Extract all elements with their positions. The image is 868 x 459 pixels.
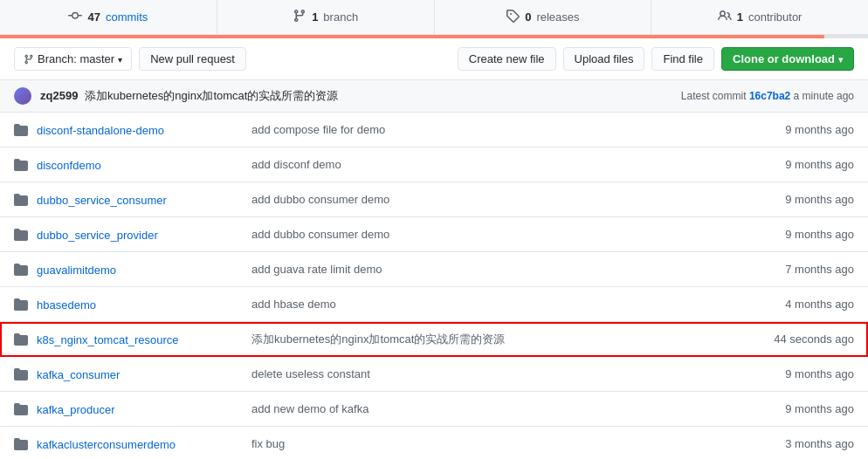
file-link[interactable]: kafka_consumer: [37, 368, 120, 381]
find-file-button[interactable]: Find file: [651, 47, 714, 71]
file-name: guavalimitdemo: [37, 263, 238, 277]
file-name: kafkaclusterconsumerdemo: [37, 437, 238, 451]
file-time: 3 months ago: [741, 437, 854, 450]
clone-or-download-button[interactable]: Clone or download: [721, 47, 854, 71]
file-time: 9 months ago: [741, 228, 854, 241]
contributors-icon: [718, 9, 732, 25]
file-message: add compose file for demo: [238, 123, 741, 136]
tag-icon: [506, 9, 520, 25]
branch-chevron-icon: [118, 52, 122, 65]
file-link[interactable]: kafka_producer: [37, 403, 115, 416]
commits-label: commits: [106, 10, 148, 24]
file-name: disconfdemo: [37, 158, 238, 172]
file-name: k8s_nginx_tomcat_resource: [37, 332, 238, 346]
commit-info: zq2599 添加kubernetes的nginx加tomcat的实战所需的资源: [40, 88, 672, 104]
file-time: 7 months ago: [741, 263, 854, 276]
file-link[interactable]: k8s_nginx_tomcat_resource: [37, 333, 179, 346]
table-row: hbasedemo add hbase demo 4 months ago: [0, 287, 868, 322]
file-list: disconf-standalone-demo add compose file…: [0, 113, 868, 459]
table-row: dubbo_service_consumer add dubbo consume…: [0, 182, 868, 217]
upload-files-button[interactable]: Upload files: [563, 47, 645, 71]
file-message: fix bug: [238, 437, 741, 450]
file-name: dubbo_service_consumer: [37, 193, 238, 207]
branches-count: 1: [312, 10, 318, 24]
commits-icon: [68, 9, 82, 25]
file-message: add new demo of kafka: [238, 402, 741, 415]
file-message: delete useless constant: [238, 367, 741, 380]
create-new-file-button[interactable]: Create new file: [458, 47, 556, 71]
clone-download-label: Clone or download: [733, 52, 835, 65]
table-row: kafka_consumer delete useless constant 9…: [0, 357, 868, 392]
folder-icon: [14, 158, 31, 172]
file-time: 9 months ago: [741, 123, 854, 136]
contributors-count: 1: [737, 10, 743, 24]
branches-stat[interactable]: 1 branch: [217, 0, 435, 34]
table-row: disconf-standalone-demo add compose file…: [0, 113, 868, 147]
folder-icon: [14, 298, 31, 312]
file-name: hbasedemo: [37, 298, 238, 312]
file-link[interactable]: hbasedemo: [37, 298, 96, 312]
folder-icon: [14, 193, 31, 207]
file-time: 9 months ago: [741, 402, 854, 415]
commit-hash[interactable]: 16c7ba2: [749, 90, 790, 102]
file-message: 添加kubernetes的nginx加tomcat的实战所需的资源: [238, 332, 741, 347]
contributors-label: contributor: [748, 10, 802, 24]
releases-label: releases: [536, 10, 579, 24]
commit-meta: Latest commit 16c7ba2 a minute ago: [681, 90, 854, 102]
table-row: disconfdemo add disconf demo 9 months ag…: [0, 147, 868, 182]
file-time: 9 months ago: [741, 158, 854, 171]
file-time: 9 months ago: [741, 367, 854, 380]
commits-count: 47: [87, 10, 100, 24]
folder-icon: [14, 437, 31, 451]
commit-author[interactable]: zq2599: [40, 89, 78, 102]
folder-icon: [14, 367, 31, 381]
commit-time: a minute ago: [794, 90, 854, 102]
table-row: k8s_nginx_tomcat_resource 添加kubernetes的n…: [0, 322, 868, 357]
contributors-stat[interactable]: 1 contributor: [651, 0, 868, 34]
file-link[interactable]: kafkaclusterconsumerdemo: [37, 438, 176, 451]
new-pull-request-button[interactable]: New pull request: [139, 47, 246, 71]
folder-icon: [14, 228, 31, 242]
table-row: dubbo_service_provider add dubbo consume…: [0, 217, 868, 252]
branch-selector[interactable]: Branch: master: [14, 47, 132, 71]
file-message: add hbase demo: [238, 298, 741, 311]
file-name: dubbo_service_provider: [37, 228, 238, 242]
file-link[interactable]: guavalimitdemo: [37, 264, 116, 277]
branches-label: branch: [323, 10, 358, 24]
commit-message: 添加kubernetes的nginx加tomcat的实战所需的资源: [85, 89, 338, 102]
file-name: kafka_consumer: [37, 367, 238, 381]
latest-commit-row: zq2599 添加kubernetes的nginx加tomcat的实战所需的资源…: [0, 80, 868, 113]
file-message: add disconf demo: [238, 158, 741, 171]
clone-download-chevron-icon: [838, 52, 843, 65]
toolbar-left: Branch: master New pull request: [14, 47, 451, 71]
toolbar: Branch: master New pull request Create n…: [0, 38, 868, 80]
stats-bar: 47 commits 1 branch 0 releases 1 contrib…: [0, 0, 868, 35]
avatar: [14, 87, 31, 105]
file-link[interactable]: dubbo_service_consumer: [37, 194, 167, 207]
file-message: add dubbo consumer demo: [238, 193, 741, 206]
branch-icon: [293, 9, 307, 25]
folder-icon: [14, 402, 31, 416]
folder-icon: [14, 123, 31, 137]
branch-selector-icon: [24, 54, 34, 65]
file-name: kafka_producer: [37, 402, 238, 416]
table-row: kafka_producer add new demo of kafka 9 m…: [0, 392, 868, 427]
commits-stat[interactable]: 47 commits: [0, 0, 217, 34]
file-time: 9 months ago: [741, 193, 854, 206]
file-link[interactable]: dubbo_service_provider: [37, 229, 158, 242]
commit-prefix: Latest commit: [681, 90, 747, 102]
file-link[interactable]: disconf-standalone-demo: [37, 124, 164, 137]
folder-icon: [14, 332, 31, 346]
file-message: add dubbo consumer demo: [238, 228, 741, 241]
releases-count: 0: [525, 10, 531, 24]
table-row: kafkaclusterconsumerdemo fix bug 3 month…: [0, 427, 868, 459]
file-name: disconf-standalone-demo: [37, 123, 238, 137]
branch-label: Branch: master: [38, 52, 114, 65]
folder-icon: [14, 263, 31, 277]
file-link[interactable]: disconfdemo: [37, 159, 101, 172]
table-row: guavalimitdemo add guava rate limit demo…: [0, 252, 868, 287]
releases-stat[interactable]: 0 releases: [435, 0, 652, 34]
file-time: 4 months ago: [741, 298, 854, 311]
file-message: add guava rate limit demo: [238, 263, 741, 276]
toolbar-right: Create new file Upload files Find file C…: [458, 47, 854, 71]
